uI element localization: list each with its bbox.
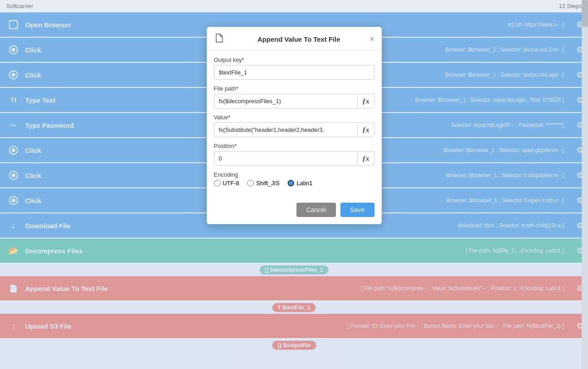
encoding-latin1-option[interactable]: Latin1 (287, 180, 312, 187)
value-fx-button[interactable]: ƒx (357, 124, 374, 136)
cancel-button[interactable]: Cancel (296, 203, 336, 217)
modal-body: Output key* File path* ƒx Value* ƒx (207, 50, 382, 198)
encoding-group: Encoding UTF-8 Shift_JIS Latin1 (214, 171, 375, 187)
position-fx-button[interactable]: ƒx (357, 153, 374, 165)
value-group: Value* ƒx (214, 114, 375, 137)
encoding-utf8-option[interactable]: UTF-8 (214, 180, 240, 187)
encoding-label: Encoding (214, 171, 375, 178)
file-path-input-wrap: ƒx (214, 94, 375, 109)
encoding-latin1-radio[interactable] (287, 180, 294, 187)
value-label: Value* (214, 114, 375, 121)
modal-append-value: Append Value To Text File × Output key* … (207, 27, 382, 224)
modal-footer: Cancel Save (207, 198, 382, 224)
modal-header: Append Value To Text File × (207, 27, 382, 50)
value-input-wrap: ƒx (214, 122, 375, 137)
value-input[interactable] (214, 123, 357, 137)
output-key-label: Output key* (214, 56, 375, 63)
modal-overlay: Append Value To Text File × Output key* … (0, 0, 588, 369)
encoding-latin1-label: Latin1 (296, 180, 312, 187)
position-group: Position* ƒx (214, 143, 375, 166)
encoding-shiftjis-option[interactable]: Shift_JIS (247, 180, 279, 187)
file-path-group: File path* ƒx (214, 85, 375, 109)
file-path-input[interactable] (214, 94, 357, 108)
modal-title: Append Value To Text File (228, 35, 370, 43)
encoding-shiftjis-radio[interactable] (247, 180, 254, 187)
save-button[interactable]: Save (340, 203, 375, 217)
file-path-label: File path* (214, 85, 375, 92)
encoding-options-row: UTF-8 Shift_JIS Latin1 (214, 180, 375, 187)
encoding-shiftjis-label: Shift_JIS (256, 180, 279, 187)
position-input-wrap: ƒx (214, 151, 375, 166)
encoding-utf8-radio[interactable] (214, 180, 221, 187)
modal-close-button[interactable]: × (370, 35, 375, 44)
file-path-fx-button[interactable]: ƒx (357, 96, 374, 107)
position-label: Position* (214, 143, 375, 149)
output-key-input-wrap (214, 65, 375, 80)
output-key-group: Output key* (214, 56, 375, 80)
output-key-input[interactable] (214, 65, 374, 79)
position-input[interactable] (214, 152, 357, 165)
encoding-utf8-label: UTF-8 (223, 180, 240, 187)
modal-header-icon (214, 33, 224, 45)
